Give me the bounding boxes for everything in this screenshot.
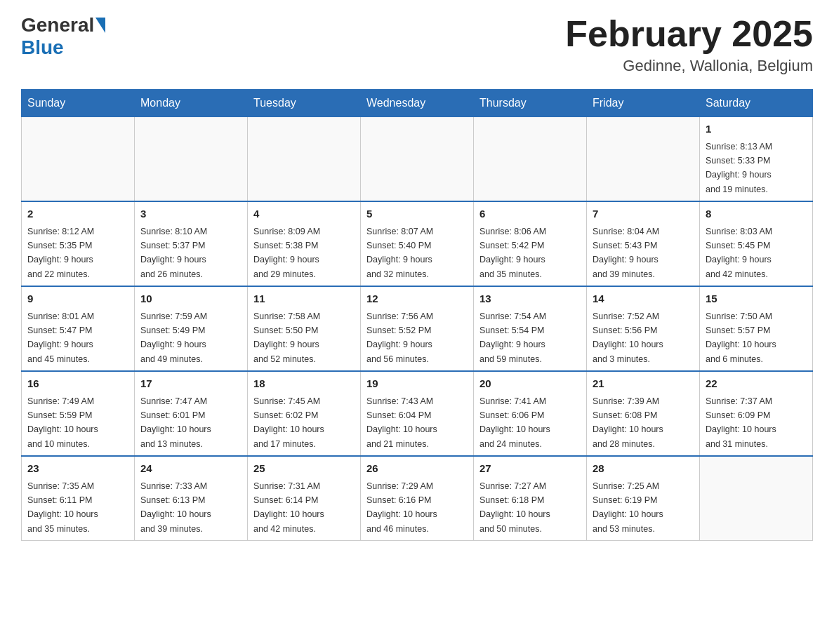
day-info: Sunrise: 7:45 AM Sunset: 6:02 PM Dayligh…	[253, 396, 324, 449]
day-info: Sunrise: 7:43 AM Sunset: 6:04 PM Dayligh…	[366, 396, 437, 449]
day-number: 20	[479, 376, 581, 392]
day-number: 17	[140, 376, 241, 392]
week-row-3: 9Sunrise: 8:01 AM Sunset: 5:47 PM Daylig…	[22, 286, 813, 371]
calendar-cell: 24Sunrise: 7:33 AM Sunset: 6:13 PM Dayli…	[135, 456, 248, 541]
calendar-header-row: SundayMondayTuesdayWednesdayThursdayFrid…	[22, 90, 813, 117]
calendar-cell: 5Sunrise: 8:07 AM Sunset: 5:40 PM Daylig…	[361, 201, 474, 286]
day-info: Sunrise: 7:39 AM Sunset: 6:08 PM Dayligh…	[593, 396, 663, 449]
day-number: 21	[593, 376, 694, 392]
day-info: Sunrise: 7:47 AM Sunset: 6:01 PM Dayligh…	[140, 396, 211, 449]
day-number: 15	[706, 291, 807, 307]
day-info: Sunrise: 7:29 AM Sunset: 6:16 PM Dayligh…	[366, 481, 437, 534]
calendar-table: SundayMondayTuesdayWednesdayThursdayFrid…	[21, 89, 813, 541]
calendar-cell: 20Sunrise: 7:41 AM Sunset: 6:06 PM Dayli…	[474, 371, 587, 456]
weekday-header-sunday: Sunday	[22, 90, 135, 117]
day-number: 14	[593, 291, 694, 307]
logo-triangle-icon	[95, 18, 105, 33]
day-number: 1	[706, 121, 807, 137]
day-number: 24	[140, 461, 241, 477]
day-info: Sunrise: 7:25 AM Sunset: 6:19 PM Dayligh…	[593, 481, 663, 534]
calendar-cell	[22, 117, 135, 202]
logo: General Blue	[21, 14, 107, 59]
calendar-cell: 17Sunrise: 7:47 AM Sunset: 6:01 PM Dayli…	[135, 371, 248, 456]
day-info: Sunrise: 7:59 AM Sunset: 5:49 PM Dayligh…	[140, 311, 207, 364]
calendar-cell: 6Sunrise: 8:06 AM Sunset: 5:42 PM Daylig…	[474, 201, 587, 286]
calendar-cell: 10Sunrise: 7:59 AM Sunset: 5:49 PM Dayli…	[135, 286, 248, 371]
day-number: 10	[140, 291, 241, 307]
calendar-cell	[248, 117, 361, 202]
calendar-cell: 13Sunrise: 7:54 AM Sunset: 5:54 PM Dayli…	[474, 286, 587, 371]
calendar-cell	[700, 456, 813, 541]
day-info: Sunrise: 8:10 AM Sunset: 5:37 PM Dayligh…	[140, 227, 207, 279]
calendar-cell: 3Sunrise: 8:10 AM Sunset: 5:37 PM Daylig…	[135, 201, 248, 286]
day-info: Sunrise: 8:07 AM Sunset: 5:40 PM Dayligh…	[366, 227, 433, 279]
week-row-1: 1Sunrise: 8:13 AM Sunset: 5:33 PM Daylig…	[22, 117, 813, 202]
calendar-cell	[474, 117, 587, 202]
day-info: Sunrise: 7:58 AM Sunset: 5:50 PM Dayligh…	[253, 311, 320, 364]
calendar-cell: 4Sunrise: 8:09 AM Sunset: 5:38 PM Daylig…	[248, 201, 361, 286]
day-number: 22	[706, 376, 807, 392]
weekday-header-saturday: Saturday	[700, 90, 813, 117]
day-info: Sunrise: 8:09 AM Sunset: 5:38 PM Dayligh…	[253, 227, 320, 279]
calendar-cell: 21Sunrise: 7:39 AM Sunset: 6:08 PM Dayli…	[587, 371, 700, 456]
calendar-cell: 22Sunrise: 7:37 AM Sunset: 6:09 PM Dayli…	[700, 371, 813, 456]
day-info: Sunrise: 7:31 AM Sunset: 6:14 PM Dayligh…	[253, 481, 324, 534]
calendar-cell: 28Sunrise: 7:25 AM Sunset: 6:19 PM Dayli…	[587, 456, 700, 541]
day-info: Sunrise: 7:27 AM Sunset: 6:18 PM Dayligh…	[479, 481, 550, 534]
day-number: 8	[706, 206, 807, 222]
day-info: Sunrise: 8:04 AM Sunset: 5:43 PM Dayligh…	[593, 227, 659, 279]
weekday-header-tuesday: Tuesday	[248, 90, 361, 117]
weekday-header-thursday: Thursday	[474, 90, 587, 117]
calendar-cell: 8Sunrise: 8:03 AM Sunset: 5:45 PM Daylig…	[700, 201, 813, 286]
week-row-5: 23Sunrise: 7:35 AM Sunset: 6:11 PM Dayli…	[22, 456, 813, 541]
calendar-cell: 19Sunrise: 7:43 AM Sunset: 6:04 PM Dayli…	[361, 371, 474, 456]
calendar-cell: 25Sunrise: 7:31 AM Sunset: 6:14 PM Dayli…	[248, 456, 361, 541]
title-section: February 2025 Gedinne, Wallonia, Belgium	[565, 14, 813, 75]
day-info: Sunrise: 7:33 AM Sunset: 6:13 PM Dayligh…	[140, 481, 211, 534]
day-number: 23	[27, 461, 128, 477]
day-info: Sunrise: 7:56 AM Sunset: 5:52 PM Dayligh…	[366, 311, 433, 364]
day-number: 4	[253, 206, 355, 222]
calendar-cell: 16Sunrise: 7:49 AM Sunset: 5:59 PM Dayli…	[22, 371, 135, 456]
weekday-header-monday: Monday	[135, 90, 248, 117]
day-info: Sunrise: 8:03 AM Sunset: 5:45 PM Dayligh…	[706, 227, 772, 279]
logo-blue-text: Blue	[21, 36, 64, 59]
calendar-cell: 18Sunrise: 7:45 AM Sunset: 6:02 PM Dayli…	[248, 371, 361, 456]
day-info: Sunrise: 7:52 AM Sunset: 5:56 PM Dayligh…	[593, 311, 663, 364]
day-number: 11	[253, 291, 355, 307]
week-row-4: 16Sunrise: 7:49 AM Sunset: 5:59 PM Dayli…	[22, 371, 813, 456]
day-info: Sunrise: 8:12 AM Sunset: 5:35 PM Dayligh…	[27, 227, 94, 279]
day-info: Sunrise: 7:54 AM Sunset: 5:54 PM Dayligh…	[479, 311, 546, 364]
calendar-cell: 15Sunrise: 7:50 AM Sunset: 5:57 PM Dayli…	[700, 286, 813, 371]
day-number: 16	[27, 376, 128, 392]
calendar-cell: 2Sunrise: 8:12 AM Sunset: 5:35 PM Daylig…	[22, 201, 135, 286]
location-subtitle: Gedinne, Wallonia, Belgium	[565, 57, 813, 75]
calendar-cell: 23Sunrise: 7:35 AM Sunset: 6:11 PM Dayli…	[22, 456, 135, 541]
day-number: 18	[253, 376, 355, 392]
day-number: 26	[366, 461, 468, 477]
day-number: 7	[593, 206, 694, 222]
calendar-cell: 26Sunrise: 7:29 AM Sunset: 6:16 PM Dayli…	[361, 456, 474, 541]
calendar-cell: 27Sunrise: 7:27 AM Sunset: 6:18 PM Dayli…	[474, 456, 587, 541]
day-number: 19	[366, 376, 468, 392]
calendar-cell: 12Sunrise: 7:56 AM Sunset: 5:52 PM Dayli…	[361, 286, 474, 371]
day-info: Sunrise: 8:06 AM Sunset: 5:42 PM Dayligh…	[479, 227, 546, 279]
day-info: Sunrise: 7:35 AM Sunset: 6:11 PM Dayligh…	[27, 481, 98, 534]
day-number: 25	[253, 461, 355, 477]
weekday-header-friday: Friday	[587, 90, 700, 117]
calendar-cell	[135, 117, 248, 202]
day-info: Sunrise: 8:13 AM Sunset: 5:33 PM Dayligh…	[706, 142, 772, 194]
day-number: 13	[479, 291, 581, 307]
calendar-cell	[587, 117, 700, 202]
month-title: February 2025	[565, 14, 813, 54]
calendar-cell: 1Sunrise: 8:13 AM Sunset: 5:33 PM Daylig…	[700, 117, 813, 202]
calendar-cell: 14Sunrise: 7:52 AM Sunset: 5:56 PM Dayli…	[587, 286, 700, 371]
day-info: Sunrise: 7:37 AM Sunset: 6:09 PM Dayligh…	[706, 396, 776, 449]
day-number: 5	[366, 206, 468, 222]
day-info: Sunrise: 7:50 AM Sunset: 5:57 PM Dayligh…	[706, 311, 776, 364]
day-info: Sunrise: 8:01 AM Sunset: 5:47 PM Dayligh…	[27, 311, 94, 364]
calendar-cell	[361, 117, 474, 202]
day-number: 3	[140, 206, 241, 222]
day-number: 9	[27, 291, 128, 307]
calendar-cell: 9Sunrise: 8:01 AM Sunset: 5:47 PM Daylig…	[22, 286, 135, 371]
